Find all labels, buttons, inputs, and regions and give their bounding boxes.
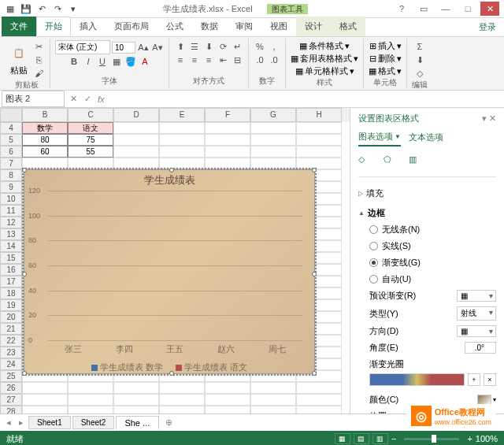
maximize-icon[interactable]: □ (458, 2, 477, 16)
cell[interactable] (113, 406, 159, 413)
undo-icon[interactable]: ↶ (35, 2, 49, 16)
view-layout-icon[interactable]: ▤ (354, 433, 369, 444)
cell[interactable] (250, 382, 296, 394)
col-header[interactable]: H (296, 108, 342, 122)
cell[interactable] (250, 134, 296, 146)
cell[interactable] (22, 158, 68, 169)
effects-icon[interactable]: ⬠ (384, 154, 399, 170)
radio-gradient-line[interactable]: 渐变线(G) (369, 254, 496, 271)
tab-data[interactable]: 数据 (192, 17, 227, 36)
row-header[interactable]: 11 (0, 205, 22, 217)
border-icon[interactable]: ▦ (110, 55, 123, 68)
tab-home[interactable]: 开始 (36, 17, 71, 36)
cell[interactable] (113, 122, 159, 134)
align-middle-icon[interactable]: ☰ (188, 40, 201, 53)
row-header[interactable]: 6 (0, 146, 22, 158)
cell[interactable] (113, 134, 159, 146)
cell[interactable]: 60 (22, 146, 68, 158)
gradient-stops-bar[interactable] (369, 373, 465, 386)
align-bottom-icon[interactable]: ⬇ (202, 40, 215, 53)
resize-handle[interactable] (22, 168, 27, 172)
fill-line-icon[interactable]: ◇ (358, 154, 374, 170)
conditional-format-button[interactable]: ▦ 条件格式▾ (299, 40, 350, 52)
insert-cells-button[interactable]: ⊞ 插入▾ (369, 40, 402, 52)
col-header[interactable]: C (68, 108, 113, 122)
save-icon[interactable]: 💾 (19, 2, 33, 16)
remove-stop-icon[interactable]: × (484, 373, 496, 386)
tab-chart-options[interactable]: 图表选项 ▼ (358, 131, 401, 146)
row-header[interactable]: 12 (0, 217, 22, 228)
view-pagebreak-icon[interactable]: ▥ (372, 433, 388, 444)
preset-gradient-combo[interactable]: ▦ (457, 290, 496, 302)
tab-insert[interactable]: 插入 (71, 17, 106, 36)
qat-dropdown-icon[interactable]: ▾ (66, 2, 80, 16)
legend-item[interactable]: 学生成绩表 语文 (176, 362, 247, 373)
row-header[interactable]: 10 (0, 193, 22, 205)
tab-page-layout[interactable]: 页面布局 (106, 17, 158, 36)
cell[interactable] (113, 394, 159, 406)
worksheet-grid[interactable]: B C D E F G H 45678910111213141516171819… (0, 108, 350, 413)
cell[interactable] (22, 382, 68, 394)
row-header[interactable]: 20 (0, 311, 22, 323)
tab-view[interactable]: 视图 (261, 17, 296, 36)
align-center-icon[interactable]: ≡ (188, 54, 201, 66)
row-header[interactable]: 23 (0, 347, 22, 358)
col-header[interactable]: B (22, 108, 68, 122)
row-header[interactable]: 17 (0, 276, 22, 287)
cell[interactable]: 语文 (68, 122, 113, 134)
align-left-icon[interactable]: ≡ (174, 54, 187, 66)
cell[interactable] (68, 406, 113, 413)
formula-bar[interactable] (108, 97, 504, 102)
tab-format[interactable]: 格式 (331, 17, 365, 36)
fx-icon[interactable]: fx (94, 95, 108, 104)
cell[interactable] (205, 406, 250, 413)
cell[interactable] (159, 134, 205, 146)
section-fill[interactable]: ▷填充 (358, 185, 496, 202)
format-painter-icon[interactable]: 🖌 (32, 67, 45, 80)
cell[interactable] (250, 158, 296, 169)
merge-icon[interactable]: ⊟ (231, 54, 243, 66)
italic-icon[interactable]: I (82, 55, 94, 68)
cell[interactable] (68, 394, 113, 406)
resize-handle[interactable] (22, 272, 27, 276)
row-header[interactable]: 24 (0, 358, 22, 370)
row-header[interactable]: 18 (0, 287, 22, 299)
cell-styles-button[interactable]: ▦ 单元格样式▾ (295, 65, 354, 77)
paste-button[interactable]: 📋 粘贴 (8, 43, 30, 78)
cell[interactable] (205, 146, 250, 158)
cell[interactable]: 75 (68, 134, 113, 146)
cell[interactable] (250, 122, 296, 134)
add-stop-icon[interactable]: + (468, 373, 480, 386)
fill-icon[interactable]: ⬇ (413, 54, 426, 66)
row-header[interactable]: 7 (0, 158, 22, 169)
cell[interactable] (113, 382, 159, 394)
row-header[interactable]: 27 (0, 394, 22, 406)
col-header[interactable]: G (250, 108, 296, 122)
comma-icon[interactable]: , (268, 40, 280, 53)
zoom-out-icon[interactable]: − (391, 434, 396, 443)
font-name-combo[interactable]: 宋体 (正文) (55, 40, 110, 54)
underline-icon[interactable]: U (96, 55, 109, 68)
cell[interactable] (250, 394, 296, 406)
bold-icon[interactable]: B (68, 55, 80, 68)
ribbon-collapse-icon[interactable]: ▭ (414, 2, 433, 16)
row-header[interactable]: 14 (0, 240, 22, 252)
row-header[interactable]: 15 (0, 252, 22, 264)
zoom-in-icon[interactable]: + (467, 434, 472, 443)
wrap-text-icon[interactable]: ↵ (231, 40, 243, 53)
font-size-combo[interactable]: 10 (112, 42, 135, 54)
cell[interactable]: 数学 (22, 122, 68, 134)
excel-icon[interactable]: ▦ (3, 2, 17, 16)
help-icon[interactable]: ? (392, 2, 411, 16)
cell[interactable] (205, 382, 250, 394)
autosum-icon[interactable]: Σ (413, 40, 426, 53)
cell[interactable] (296, 382, 342, 394)
cancel-icon[interactable]: ✕ (66, 92, 80, 106)
row-header[interactable]: 25 (0, 370, 22, 382)
fill-color-icon[interactable]: 🪣 (124, 55, 137, 68)
cell[interactable] (22, 394, 68, 406)
cell[interactable] (159, 122, 205, 134)
angle-spinner[interactable]: .0° (465, 342, 496, 354)
tab-text-options[interactable]: 文本选项 (409, 131, 443, 146)
format-cells-button[interactable]: ▦ 格式▾ (369, 65, 402, 77)
